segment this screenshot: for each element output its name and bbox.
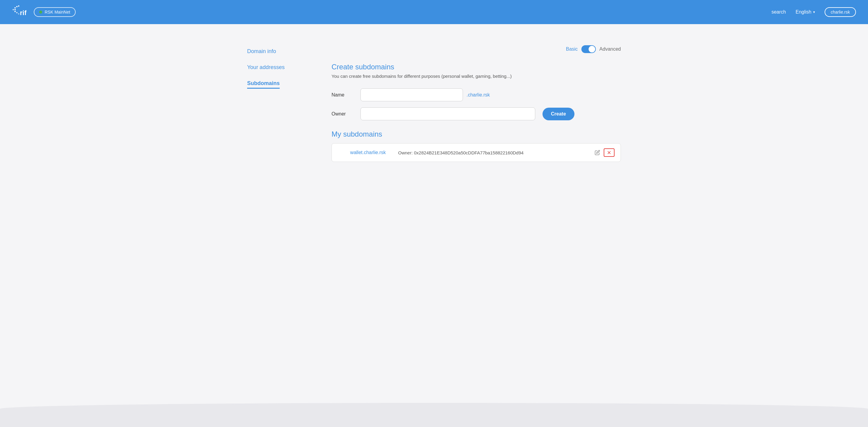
- language-selector[interactable]: English: [796, 9, 815, 15]
- toggle-row: Basic Advanced: [332, 45, 621, 53]
- svg-rect-4: [13, 9, 14, 10]
- create-button[interactable]: Create: [542, 108, 575, 120]
- sidebar-item-subdomains[interactable]: Subdomains: [247, 80, 280, 89]
- edit-subdomain-button[interactable]: [593, 149, 601, 156]
- svg-rect-2: [18, 5, 19, 7]
- svg-rect-6: [16, 12, 18, 13]
- owner-form-row: Owner Create: [332, 108, 621, 120]
- app-header: rif RSK MainNet search English charlie.r…: [0, 0, 868, 24]
- subdomain-list-item: wallet.charlie.rsk Owner: 0x2824B21E348D…: [332, 143, 621, 162]
- create-subdomains-title: Create subdomains: [332, 63, 621, 71]
- name-label: Name: [332, 92, 355, 98]
- toggle-knob: [589, 46, 595, 53]
- header-right: search English charlie.rsk: [772, 7, 856, 17]
- network-label: RSK MainNet: [44, 10, 70, 14]
- header-left: rif RSK MainNet: [12, 5, 76, 19]
- my-subdomains-title: My subdomains: [332, 130, 621, 139]
- footer-wave: [0, 403, 868, 427]
- svg-rect-1: [16, 6, 18, 7]
- network-badge[interactable]: RSK MainNet: [34, 7, 76, 17]
- view-toggle[interactable]: [581, 45, 596, 53]
- close-icon: [607, 150, 612, 155]
- sidebar-item-domain-info[interactable]: Domain info: [247, 48, 313, 55]
- subdomain-owner: Owner: 0x2824B21E348D520a50cDDFA77ba1588…: [398, 150, 593, 155]
- subdomain-actions: [593, 148, 615, 157]
- svg-rect-3: [14, 9, 16, 10]
- owner-label: Owner: [332, 111, 355, 117]
- owner-input[interactable]: [361, 108, 535, 120]
- account-badge[interactable]: charlie.rsk: [825, 7, 856, 17]
- search-link[interactable]: search: [772, 9, 786, 15]
- network-status-dot: [39, 10, 42, 13]
- subdomain-name[interactable]: wallet.charlie.rsk: [338, 150, 398, 155]
- svg-rect-5: [14, 11, 16, 12]
- edit-icon: [595, 150, 600, 155]
- domain-suffix: .charlie.rsk: [467, 92, 490, 98]
- advanced-label: Advanced: [599, 47, 621, 52]
- content-area: Basic Advanced Create subdomains You can…: [332, 42, 621, 385]
- logo-icon: rif: [12, 5, 27, 19]
- svg-rect-7: [18, 13, 19, 14]
- svg-text:rif: rif: [20, 9, 27, 17]
- logo[interactable]: rif: [12, 5, 27, 19]
- name-form-row: Name .charlie.rsk: [332, 88, 621, 101]
- basic-label: Basic: [566, 47, 578, 52]
- delete-subdomain-button[interactable]: [604, 148, 615, 157]
- name-input-group: .charlie.rsk: [361, 88, 490, 101]
- create-subdomains-desc: You can create free subdomains for diffe…: [332, 73, 621, 79]
- sidebar-item-your-addresses[interactable]: Your addresses: [247, 64, 313, 70]
- svg-rect-0: [14, 7, 16, 8]
- main-container: Domain info Your addresses Subdomains Ba…: [223, 24, 645, 403]
- sidebar: Domain info Your addresses Subdomains: [247, 42, 313, 385]
- name-input[interactable]: [361, 88, 463, 101]
